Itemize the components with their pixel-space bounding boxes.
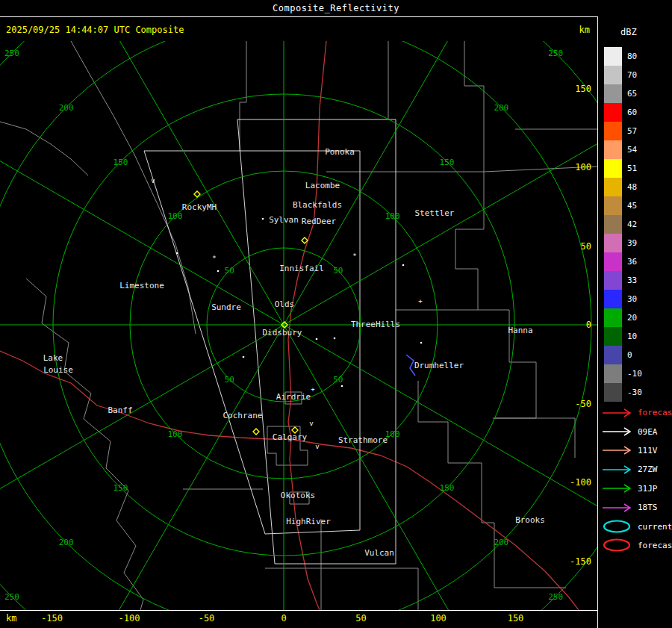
dbz-value-label: 57 <box>627 126 637 136</box>
dbz-value-label: 48 <box>627 182 637 192</box>
azimuth-spoke <box>41 325 284 610</box>
dbz-scale-row: 57 <box>598 122 672 140</box>
dbz-value-label: 54 <box>627 145 637 155</box>
window-title: Composite_Reflectivity <box>0 0 672 17</box>
plus-marker: + <box>418 297 423 305</box>
right-axis-label: -50 <box>575 399 591 409</box>
county-boundary <box>265 568 418 610</box>
track-arrow-icon <box>601 445 635 456</box>
track-arrow-icon <box>601 464 635 475</box>
city-label: Innisfail <box>279 264 324 273</box>
dbz-value-label: 45 <box>627 201 637 211</box>
city-label: Calgary <box>273 432 308 442</box>
dbz-value-label: 33 <box>627 276 637 285</box>
county-boundary <box>493 418 575 458</box>
city-label: Lacombe <box>305 181 340 190</box>
town-marker-dot <box>341 385 343 388</box>
dbz-scale-row: 0 <box>598 346 672 364</box>
county-boundary <box>240 41 246 152</box>
legend-track-09ea: 09EA <box>598 422 672 441</box>
range-ring-label: 50 <box>225 266 234 276</box>
legend-ellipse-forecast-label: forecast <box>638 541 672 550</box>
dbz-value-label: -30 <box>627 388 642 397</box>
dbz-color-swatch <box>604 196 622 215</box>
dbz-value-label: 65 <box>627 89 637 99</box>
legend-track-09ea-label: 09EA <box>638 427 658 437</box>
storm-ellipse-icon <box>601 519 635 534</box>
dbz-color-swatch <box>604 140 622 159</box>
city-label: Drumheller <box>414 361 464 370</box>
chevron-marker: v <box>309 420 313 427</box>
dbz-scale-row: 80 <box>598 47 672 66</box>
dbz-scale-row: 20 <box>598 308 672 327</box>
range-ring-label: 250 <box>4 592 19 602</box>
bottom-axis-label: 0 <box>269 613 299 624</box>
town-marker-dot <box>262 218 264 220</box>
dbz-color-swatch <box>604 84 622 103</box>
storm-track-legend: forecast09EA111V27ZW31JP18TScurrentforec… <box>598 403 672 555</box>
dbz-scale-row: -10 <box>598 364 672 383</box>
county-boundary <box>396 172 484 310</box>
city-label: RedDeer <box>302 217 337 226</box>
city-label: RockyMH <box>182 202 217 212</box>
dbz-color-swatch <box>604 47 622 66</box>
city-label: Sundre <box>211 302 241 312</box>
city-label: Stettler <box>415 208 455 218</box>
dbz-color-swatch <box>604 383 622 402</box>
dbz-color-swatch <box>604 346 622 364</box>
dbz-scale-row: 70 <box>598 66 672 84</box>
dbz-color-swatch <box>604 252 622 271</box>
legend-track-31jp: 31JP <box>598 479 672 498</box>
range-ring-label: 50 <box>333 266 343 276</box>
bottom-axis: km -150-100-50050100150 <box>0 612 597 628</box>
dbz-color-swatch <box>604 290 622 308</box>
city-label: Vulcan <box>364 548 394 558</box>
dbz-value-label: 36 <box>627 257 637 267</box>
dbz-scale-row: 65 <box>598 84 672 103</box>
range-ring-label: 100 <box>167 211 182 221</box>
dbz-color-swatch <box>604 103 622 122</box>
bottom-axis-label: -100 <box>114 613 144 624</box>
timestamp-label: 2025/09/25 14:44:07 UTC Composite <box>6 25 184 35</box>
dbz-color-swatch <box>604 178 622 196</box>
radar-display-window: Composite_Reflectivity 2025/09/25 14:44:… <box>0 0 672 628</box>
dbz-color-swatch <box>604 122 622 140</box>
dbz-value-label: 80 <box>627 52 637 61</box>
dbz-value-label: 0 <box>627 350 632 360</box>
dbz-value-label: 30 <box>627 294 637 304</box>
right-axis-unit-label: km <box>564 25 590 35</box>
legend-track-111v-label: 111V <box>638 446 658 456</box>
dbz-value-label: 70 <box>627 70 637 80</box>
town-marker-dot <box>176 252 178 255</box>
dbz-value-label: 39 <box>627 238 637 248</box>
asterisk-marker: * <box>352 252 356 260</box>
city-label: Airdrie <box>276 392 311 402</box>
dbz-scale-row: 60 <box>598 103 672 122</box>
bottom-axis-label: 50 <box>346 613 376 624</box>
radar-map: 5050505010010010010015015015015020020020… <box>0 41 597 610</box>
dbz-scale-row: 42 <box>598 215 672 234</box>
dbz-scale-row: 33 <box>598 271 672 290</box>
plus-marker: + <box>311 385 315 393</box>
track-arrow-icon <box>601 483 635 494</box>
range-ring-label: 250 <box>4 49 19 58</box>
dbz-value-label: 60 <box>627 108 637 117</box>
dbz-color-swatch <box>604 159 622 178</box>
legend-track-18ts-label: 18TS <box>638 503 658 512</box>
dbz-value-label: 10 <box>627 332 637 341</box>
right-axis-label: 100 <box>575 162 591 172</box>
range-ring-label: 200 <box>59 538 74 547</box>
dbz-color-scale: 807065605754514845423936333020100-10-30 <box>598 47 672 402</box>
city-label: Louise <box>43 365 73 375</box>
dbz-color-swatch <box>604 271 622 290</box>
track-arrow-icon <box>601 408 635 418</box>
radar-site-diamond <box>253 429 259 435</box>
bottom-axis-label: 100 <box>423 613 453 624</box>
city-label: Blackfalds <box>293 200 342 210</box>
right-axis-label: -100 <box>570 477 591 488</box>
azimuth-spoke <box>284 325 526 610</box>
city-label: Strathmore <box>338 435 388 445</box>
right-axis-label: -150 <box>570 556 591 567</box>
legend-track-27zw-label: 27ZW <box>638 464 658 474</box>
city-label: Hanna <box>508 326 532 335</box>
